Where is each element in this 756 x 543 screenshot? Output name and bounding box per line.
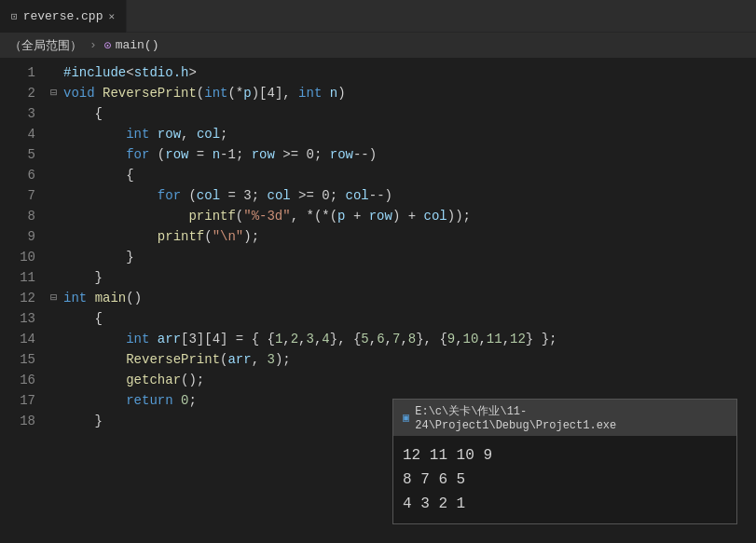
code-content: int main(): [63, 288, 142, 308]
code-content: printf("\n");: [63, 226, 259, 247]
tab-bar: ⊡ reverse.cpp ✕: [0, 0, 756, 33]
line-number: 10: [0, 247, 35, 267]
fold-indicator[interactable]: ⊟: [50, 288, 62, 308]
line-number: 5: [0, 144, 35, 165]
fold-spacer: [50, 103, 62, 124]
line-number: 8: [0, 206, 35, 226]
line-number: 18: [0, 411, 35, 431]
line-number: 15: [0, 349, 35, 370]
fold-spacer: [50, 185, 62, 206]
line-number: 6: [0, 165, 35, 185]
code-content: ReversePrint(arr, 3);: [63, 349, 291, 370]
code-content: {: [63, 308, 103, 329]
scope-separator: ›: [89, 38, 97, 52]
code-line: }: [50, 247, 756, 267]
fold-spacer: [50, 144, 62, 165]
tab-filename: reverse.cpp: [23, 9, 103, 23]
fold-spacer: [50, 247, 62, 267]
fold-spacer: [50, 62, 62, 83]
output-line: 4 3 2 1: [403, 492, 727, 516]
code-content: return 0;: [63, 390, 197, 411]
func-icon: ⊙: [104, 38, 112, 53]
scope-func: ⊙ main(): [104, 38, 159, 53]
fold-spacer: [50, 370, 62, 390]
fold-spacer: [50, 124, 62, 144]
scope-func-label: main(): [116, 38, 159, 52]
code-line: ⊟int main(): [50, 288, 756, 308]
code-content: void ReversePrint(int(*p)[4], int n): [63, 83, 346, 103]
code-content: getchar();: [63, 370, 204, 390]
code-line: ⊟void ReversePrint(int(*p)[4], int n): [50, 83, 756, 103]
code-content: }: [63, 247, 134, 267]
fold-spacer: [50, 308, 62, 329]
output-line: 8 7 6 5: [403, 468, 727, 492]
code-content: for (row = n-1; row >= 0; row--): [63, 144, 377, 165]
file-tab[interactable]: ⊡ reverse.cpp ✕: [0, 0, 127, 33]
scope-bar: （全局范围） › ⊙ main(): [0, 33, 756, 59]
code-content: #include<stdio.h>: [63, 62, 197, 83]
output-title: E:\c\关卡\作业\11-24\Project1\Debug\Project1…: [415, 403, 727, 432]
fold-spacer: [50, 349, 62, 370]
close-icon[interactable]: ✕: [108, 10, 115, 22]
code-content: }: [63, 411, 103, 431]
code-line: #include<stdio.h>: [50, 62, 756, 83]
window-icon: ▣: [403, 411, 409, 425]
code-content: }: [63, 267, 103, 288]
fold-spacer: [50, 390, 62, 411]
code-content: int arr[3][4] = { {1,2,3,4}, {5,6,7,8}, …: [63, 329, 557, 349]
line-number: 13: [0, 308, 35, 329]
code-line: getchar();: [50, 370, 756, 390]
code-line: int arr[3][4] = { {1,2,3,4}, {5,6,7,8}, …: [50, 329, 756, 349]
fold-spacer: [50, 226, 62, 247]
fold-indicator[interactable]: ⊟: [50, 83, 62, 103]
line-number: 1: [0, 62, 35, 83]
code-content: for (col = 3; col >= 0; col--): [63, 185, 392, 206]
output-header: ▣ E:\c\关卡\作业\11-24\Project1\Debug\Projec…: [393, 400, 736, 436]
pin-icon: ⊡: [11, 10, 18, 22]
code-content: {: [63, 165, 134, 185]
line-numbers: 123456789101112131415161718: [0, 59, 47, 543]
line-number: 16: [0, 370, 35, 390]
code-line: int row, col;: [50, 124, 756, 144]
line-number: 7: [0, 185, 35, 206]
code-line: {: [50, 165, 756, 185]
fold-spacer: [50, 165, 62, 185]
line-number: 4: [0, 124, 35, 144]
code-content: {: [63, 103, 103, 124]
code-line: ReversePrint(arr, 3);: [50, 349, 756, 370]
fold-spacer: [50, 206, 62, 226]
fold-spacer: [50, 329, 62, 349]
code-line: }: [50, 267, 756, 288]
line-number: 17: [0, 390, 35, 411]
line-number: 12: [0, 288, 35, 308]
code-content: printf("%-3d", *(*(p + row) + col));: [63, 206, 471, 226]
line-number: 3: [0, 103, 35, 124]
code-line: for (col = 3; col >= 0; col--): [50, 185, 756, 206]
output-body: 12 11 10 98 7 6 54 3 2 1: [393, 436, 736, 523]
code-line: {: [50, 103, 756, 124]
fold-spacer: [50, 267, 62, 288]
code-content: int row, col;: [63, 124, 228, 144]
code-line: for (row = n-1; row >= 0; row--): [50, 144, 756, 165]
output-popup: ▣ E:\c\关卡\作业\11-24\Project1\Debug\Projec…: [392, 399, 737, 524]
fold-spacer: [50, 411, 62, 431]
scope-left-label[interactable]: （全局范围）: [9, 37, 82, 54]
line-number: 14: [0, 329, 35, 349]
editor: 123456789101112131415161718 #include<std…: [0, 59, 756, 543]
code-line: {: [50, 308, 756, 329]
line-number: 2: [0, 83, 35, 103]
code-line: printf("\n");: [50, 226, 756, 247]
line-number: 9: [0, 226, 35, 247]
output-line: 12 11 10 9: [403, 443, 727, 468]
line-number: 11: [0, 267, 35, 288]
code-line: printf("%-3d", *(*(p + row) + col));: [50, 206, 756, 226]
